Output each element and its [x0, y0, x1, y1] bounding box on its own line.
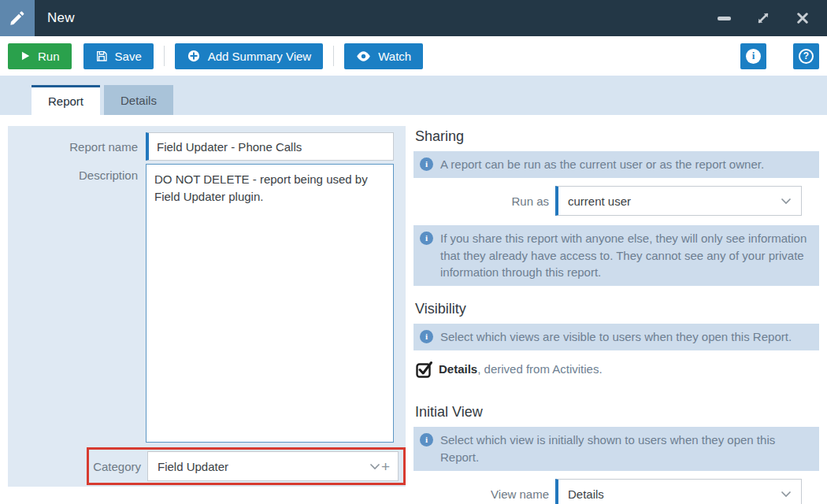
tab-details[interactable]: Details: [104, 85, 173, 115]
run-button[interactable]: Run: [8, 43, 72, 69]
tab-report[interactable]: Report: [32, 85, 100, 115]
description-label: Description: [8, 161, 146, 182]
toolbar: Run Save Add Summary View Watch: [0, 36, 827, 76]
view-name-select[interactable]: Details: [555, 479, 802, 504]
info-circle-icon: i: [420, 158, 433, 171]
report-form-panel: Report name Description DO NOT DELETE - …: [8, 126, 406, 487]
floppy-icon: [95, 50, 108, 62]
report-name-input[interactable]: [146, 132, 394, 161]
run-as-select[interactable]: current user: [555, 186, 802, 216]
pencil-icon: [0, 0, 36, 36]
window-titlebar: New: [0, 0, 827, 36]
tab-report-label: Report: [48, 94, 83, 108]
save-button-label: Save: [115, 50, 142, 63]
view-name-label: View name: [414, 487, 555, 501]
details-view-checkbox-row: Details, derived from Activities.: [414, 350, 819, 389]
category-label: Category: [91, 460, 147, 473]
close-icon: [795, 11, 810, 25]
description-textarea[interactable]: DO NOT DELETE - report being used by Fie…: [146, 164, 394, 443]
category-highlight-box: Category Field Updater +: [87, 447, 406, 485]
eye-icon: [356, 50, 371, 62]
chevron-down-icon: [369, 463, 380, 470]
info-circle-icon: i: [420, 433, 433, 447]
help-icon: ?: [799, 49, 814, 64]
info-button[interactable]: i: [740, 43, 766, 69]
plus-circle-icon: [187, 49, 201, 63]
watch-button[interactable]: Watch: [344, 43, 423, 69]
plus-icon: +: [381, 459, 390, 474]
minimize-button[interactable]: [714, 8, 734, 28]
add-summary-view-label: Add Summary View: [208, 50, 311, 63]
chevron-down-icon: [781, 198, 792, 205]
info-circle-icon: i: [420, 232, 433, 245]
initial-view-section-title: Initial View: [414, 402, 819, 427]
resize-button[interactable]: [753, 8, 773, 28]
checkbox-label-bold: Details: [439, 362, 477, 376]
run-as-value: current user: [568, 195, 631, 208]
toolbar-separator: [164, 46, 165, 66]
checkbox-label-rest: , derived from Activities.: [477, 362, 602, 376]
visibility-note: i Select which views are visible to user…: [414, 324, 819, 350]
add-summary-view-button[interactable]: Add Summary View: [175, 43, 323, 69]
run-button-label: Run: [38, 50, 60, 63]
run-as-label: Run as: [414, 195, 555, 208]
category-value: Field Updater: [158, 460, 228, 473]
resize-icon: [755, 10, 771, 26]
settings-panel: Sharing i A report can be run as the cur…: [414, 126, 819, 504]
sharing-note-2: i If you share this report with anyone e…: [414, 225, 819, 286]
play-icon: [20, 50, 31, 61]
chevron-down-icon: [781, 491, 792, 498]
checkbox-checked-icon[interactable]: [415, 360, 434, 379]
close-button[interactable]: [792, 8, 813, 28]
watch-button-label: Watch: [378, 50, 411, 63]
sharing-note-1: i A report can be run as the current use…: [414, 151, 819, 178]
info-circle-icon: i: [420, 330, 433, 343]
window-title: New: [47, 10, 75, 26]
tabstrip: Report Details: [0, 76, 827, 115]
initial-view-note: i Select which view is initially shown t…: [414, 427, 819, 471]
info-icon: i: [746, 49, 761, 64]
tab-details-label: Details: [121, 94, 157, 107]
toolbar-separator: [333, 46, 334, 66]
visibility-section-title: Visibility: [414, 298, 819, 324]
category-select[interactable]: Field Updater +: [147, 451, 399, 481]
save-button[interactable]: Save: [83, 43, 154, 69]
sharing-section-title: Sharing: [414, 126, 819, 151]
report-name-label: Report name: [8, 140, 146, 154]
content-area: Report name Description DO NOT DELETE - …: [0, 115, 827, 504]
report-editor-window: New Run: [0, 0, 827, 504]
view-name-value: Details: [568, 487, 604, 501]
help-button[interactable]: ?: [793, 43, 819, 69]
